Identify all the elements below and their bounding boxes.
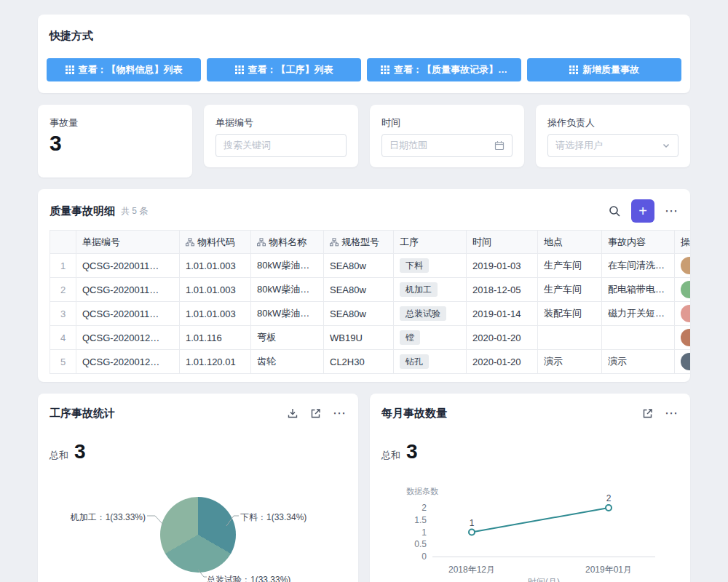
table-header-bar: 质量事故明细 共 5 条 + ⋯ (50, 199, 678, 223)
shortcut-view-material-list-button[interactable]: 查看：【物料信息】列表 (47, 58, 201, 81)
cell-process: 机加工 (394, 278, 467, 302)
cell-doc-no: QCSG-2020011… (76, 278, 180, 302)
search-icon (609, 205, 621, 218)
chevron-down-icon (662, 141, 670, 150)
relation-icon (186, 238, 194, 247)
line-chart[interactable]: 数据条数00.511.522018年12月2019年01月时间(月)12 (370, 394, 690, 582)
grid-icon (235, 65, 244, 74)
cell-index: 2 (50, 278, 76, 302)
process-tag: 总装试验 (400, 306, 446, 321)
column-header[interactable]: 物料代码 (180, 231, 251, 254)
pie-chart[interactable] (160, 497, 236, 573)
accident-count-label: 事故量 (50, 116, 78, 129)
grid-icon (381, 65, 389, 74)
cell-owner (675, 350, 691, 374)
cell-doc-no: QCSG-2020012… (76, 326, 180, 350)
process-tag: 下料 (400, 258, 429, 273)
pie-card-title: 工序事故统计 (50, 407, 115, 420)
cell-spec: SEA80w (324, 254, 394, 278)
svg-text:1: 1 (422, 527, 427, 538)
table-row[interactable]: 2QCSG-2020011…1.01.01.00380kW柴油…SEA80w机加… (50, 278, 691, 302)
doc-no-search-input[interactable]: 搜索关键词 (215, 134, 347, 157)
cell-material-name: 弯板 (251, 326, 324, 350)
cell-material-name: 80kW柴油… (251, 278, 324, 302)
open-in-new-icon (310, 408, 321, 419)
column-header[interactable]: 操作负责人 (675, 231, 691, 254)
cell-time: 2018-12-05 (467, 278, 538, 302)
cell-material-name: 齿轮 (251, 350, 324, 374)
column-header[interactable]: 地点 (538, 231, 602, 254)
cell-doc-no: QCSG-2020011… (76, 254, 180, 278)
cell-material-name: 80kW柴油… (251, 302, 324, 326)
date-range-input[interactable]: 日期范围 (381, 134, 513, 157)
relation-icon (330, 238, 339, 247)
table-row[interactable]: 3QCSG-2020011…1.01.01.00380kW柴油…SEA80w总装… (50, 302, 691, 326)
svg-text:2: 2 (422, 503, 427, 513)
column-header[interactable]: 事故内容 (602, 231, 675, 254)
cell-process: 镗 (394, 326, 467, 350)
svg-text:2018年12月: 2018年12月 (448, 565, 495, 575)
cell-material-code: 1.01.01.003 (180, 278, 251, 302)
avatar (681, 305, 690, 322)
operator-label: 操作负责人 (547, 116, 595, 129)
avatar (681, 329, 690, 346)
search-button[interactable] (609, 205, 621, 218)
column-header[interactable]: 物料名称 (251, 231, 324, 254)
cell-place: 生产车间 (538, 254, 602, 278)
cell-owner (675, 302, 691, 326)
pie-more-button[interactable]: ⋯ (333, 405, 347, 421)
cell-time: 2019-01-03 (467, 254, 538, 278)
cell-content: 在车间清洗… (602, 254, 675, 278)
more-menu-button[interactable]: ⋯ (665, 203, 678, 219)
shortcuts-card: 快捷方式 查看：【物料信息】列表 查看：【工序】列表 查看：【质量事故记录】… … (38, 15, 690, 93)
cell-place (538, 326, 602, 350)
open-fullscreen-button[interactable] (310, 408, 321, 419)
cell-time: 2020-01-20 (467, 326, 538, 350)
export-button[interactable] (287, 407, 298, 419)
cell-process: 总装试验 (394, 302, 467, 326)
avatar (681, 353, 690, 370)
cell-spec: CL2H30 (324, 350, 394, 374)
column-header[interactable]: 单据编号 (76, 231, 180, 254)
shortcut-label: 查看：【工序】列表 (248, 63, 333, 76)
table-actions: + ⋯ (609, 199, 678, 223)
shortcut-buttons: 查看：【物料信息】列表 查看：【工序】列表 查看：【质量事故记录】… 新增质量事… (47, 58, 681, 81)
cell-spec: WB19U (324, 326, 394, 350)
pie-label-left: 机加工：1(33.33%) (71, 511, 146, 524)
cell-spec: SEA80w (324, 302, 394, 326)
cell-time: 2020-01-20 (467, 350, 538, 374)
cell-time: 2019-01-14 (467, 302, 538, 326)
shortcut-add-accident-button[interactable]: 新增质量事故 (527, 58, 681, 81)
cell-doc-no: QCSG-2020011… (76, 302, 180, 326)
time-label: 时间 (381, 116, 400, 129)
monthly-count-card: 每月事故数量 ⋯ 总和 3 数据条数00.511.522018年12月2019年… (370, 394, 690, 582)
cell-index: 4 (50, 326, 76, 350)
cell-index: 3 (50, 302, 76, 326)
table-scroll-area[interactable]: 单据编号物料代码物料名称规格型号工序时间地点事故内容操作负责人1QCSG-202… (50, 230, 690, 375)
cell-material-code: 1.01.01.003 (180, 254, 251, 278)
column-header[interactable]: 规格型号 (324, 231, 394, 254)
cell-doc-no: QCSG-2020012… (76, 350, 180, 374)
shortcuts-title: 快捷方式 (50, 29, 93, 43)
cell-content: 演示 (602, 350, 675, 374)
operator-select[interactable]: 请选择用户 (547, 134, 678, 157)
cell-place: 装配车间 (538, 302, 602, 326)
pie-total-value: 3 (74, 440, 86, 463)
column-header[interactable]: 工序 (394, 231, 467, 254)
shortcut-view-process-list-button[interactable]: 查看：【工序】列表 (207, 58, 361, 81)
shortcut-label: 查看：【物料信息】列表 (79, 63, 183, 76)
cell-owner (675, 254, 691, 278)
grid-icon (66, 65, 74, 74)
table-row[interactable]: 1QCSG-2020011…1.01.01.00380kW柴油…SEA80w下料… (50, 254, 691, 278)
operator-placeholder: 请选择用户 (555, 139, 662, 152)
plus-icon: + (638, 204, 647, 218)
table-row[interactable]: 4QCSG-2020012…1.01.116弯板WB19U镗2020-01-20 (50, 326, 691, 350)
column-header[interactable]: 时间 (467, 231, 538, 254)
cell-process: 下料 (394, 254, 467, 278)
shortcut-view-accident-records-button[interactable]: 查看：【质量事故记录】… (367, 58, 521, 81)
table-row[interactable]: 5QCSG-2020012…1.01.120.01齿轮CL2H30钻孔2020-… (50, 350, 691, 374)
pie-label-bottom: 总装试验：1(33.33%) (207, 574, 290, 582)
column-header[interactable] (50, 231, 76, 254)
add-record-button[interactable]: + (631, 199, 654, 223)
ellipsis-icon: ⋯ (333, 406, 347, 420)
